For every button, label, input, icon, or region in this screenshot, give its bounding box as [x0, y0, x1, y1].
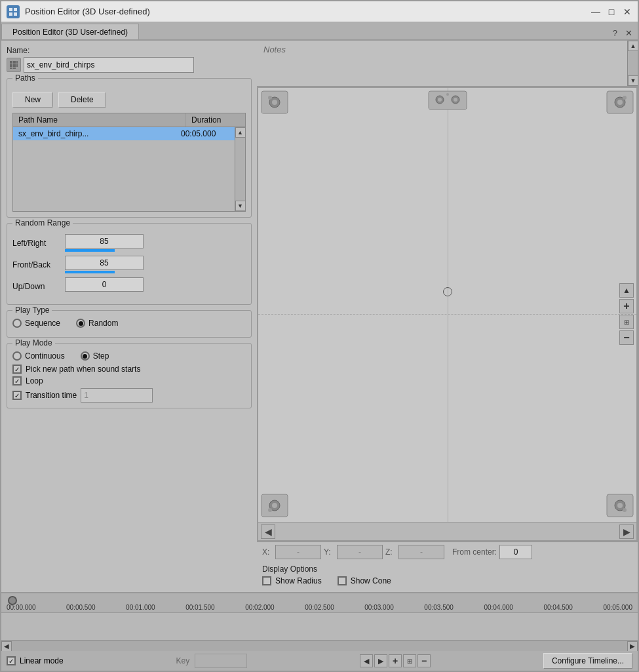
x-input[interactable]	[275, 545, 321, 559]
sequence-radio-item[interactable]: Sequence	[12, 319, 60, 328]
continuous-radio[interactable]	[12, 351, 22, 361]
svg-point-21	[454, 98, 457, 102]
display-options-title: Display Options	[262, 564, 632, 574]
show-cone-checkbox[interactable]	[338, 576, 347, 585]
viewport-minus[interactable]: −	[619, 330, 634, 345]
tab-controls: ? ✕	[610, 27, 638, 39]
left-panel: Name:	[1, 41, 257, 592]
svg-point-24	[617, 100, 623, 105]
key-input[interactable]	[195, 654, 247, 668]
front-back-input[interactable]	[65, 256, 144, 270]
left-right-input[interactable]	[65, 234, 144, 248]
name-input[interactable]	[24, 57, 194, 73]
time-labels-row: 00:00.000 00:00.500 00:01.000 00:01.500 …	[1, 604, 638, 611]
time-3: 00:01.500	[185, 604, 215, 611]
corner-tr	[606, 90, 634, 116]
pick-new-path-row[interactable]: Pick new path when sound starts	[12, 365, 246, 374]
path-name-cell: sx_env_bird_chirp...	[18, 129, 181, 138]
loop-label: Loop	[26, 376, 43, 385]
random-label: Random	[88, 319, 118, 328]
step-label: Step	[93, 351, 109, 361]
maximize-button[interactable]: □	[606, 7, 617, 17]
notes-scroll-up[interactable]: ▲	[628, 41, 638, 51]
svg-point-29	[268, 508, 272, 512]
tab-close-button[interactable]: ✕	[623, 27, 635, 39]
front-back-row: Front/Back	[12, 256, 246, 273]
continuous-label: Continuous	[25, 351, 65, 361]
timeline-bottom: Linear mode Key ◀ ▶ + ⊞ − Configure Time…	[1, 651, 638, 671]
time-4: 00:02.000	[245, 604, 275, 611]
tab-position-editor[interactable]: Position Editor (3D User-defined)	[1, 24, 139, 39]
name-section: Name:	[7, 46, 252, 73]
main-content: Name:	[1, 41, 638, 592]
time-1: 00:00.500	[66, 604, 96, 611]
timeline-add-btn[interactable]: +	[389, 654, 402, 667]
tab-question-button[interactable]: ?	[610, 27, 620, 39]
tab-bar: Position Editor (3D User-defined) ? ✕	[1, 22, 638, 41]
timeline-scroll-left[interactable]: ◀	[1, 641, 12, 652]
timeline-ruler: 00:00.000 00:00.500 00:01.000 00:01.500 …	[1, 593, 638, 613]
notes-scroll-down[interactable]: ▼	[628, 75, 638, 86]
timeline-fit-btn[interactable]: ⊞	[403, 654, 416, 667]
timeline-prev-btn[interactable]: ◀	[360, 654, 373, 667]
svg-rect-3	[14, 12, 17, 16]
close-button[interactable]: ✕	[622, 7, 632, 17]
step-radio[interactable]	[81, 351, 90, 361]
timeline-track[interactable]	[1, 613, 638, 641]
show-radius-row[interactable]: Show Radius	[262, 576, 322, 585]
up-down-row: Up/Down	[12, 277, 246, 295]
step-radio-item[interactable]: Step	[81, 351, 109, 361]
scroll-up-arrow[interactable]: ▲	[235, 127, 246, 138]
time-7: 00:03.500	[424, 604, 454, 611]
y-input[interactable]	[337, 545, 383, 559]
random-radio[interactable]	[76, 319, 85, 328]
sequence-radio[interactable]	[12, 319, 22, 328]
notes-scrollbar[interactable]: ▲ ▼	[627, 41, 638, 86]
transition-time-checkbox[interactable]	[12, 391, 22, 400]
window-controls: — □ ✕	[591, 7, 632, 17]
scroll-down-arrow[interactable]: ▼	[235, 201, 246, 211]
paths-table-body[interactable]: sx_env_bird_chirp... 00:05.000 ▲ ▼	[12, 127, 246, 212]
configure-timeline-button[interactable]: Configure Timeline...	[543, 653, 632, 669]
timeline-scroll-right[interactable]: ▶	[627, 641, 638, 652]
show-cone-row[interactable]: Show Cone	[338, 576, 391, 585]
show-radius-checkbox[interactable]	[262, 576, 271, 585]
svg-point-18	[438, 98, 442, 102]
loop-checkbox[interactable]	[12, 376, 22, 385]
pick-new-path-label: Pick new path when sound starts	[26, 365, 140, 374]
paths-scrollbar[interactable]: ▲ ▼	[235, 127, 245, 211]
delete-button[interactable]: Delete	[58, 92, 106, 108]
paths-table-header: Path Name Duration	[12, 113, 246, 127]
from-center-input[interactable]	[499, 545, 532, 559]
up-down-input[interactable]	[65, 277, 144, 292]
transition-time-input[interactable]	[81, 388, 153, 403]
viewport-fit[interactable]: ⊞	[619, 315, 634, 329]
svg-rect-0	[9, 8, 12, 11]
front-back-label: Front/Back	[12, 260, 65, 269]
minimize-button[interactable]: —	[591, 7, 601, 17]
timeline-next-btn[interactable]: ▶	[374, 654, 387, 667]
viewport-scroll-up[interactable]: ▲	[619, 283, 634, 298]
svg-point-25	[623, 96, 627, 100]
random-radio-item[interactable]: Random	[76, 319, 118, 328]
new-button[interactable]: New	[12, 92, 53, 108]
table-row[interactable]: sx_env_bird_chirp... 00:05.000	[13, 127, 245, 140]
timeline-scroll-row: ◀ ▶	[1, 641, 638, 651]
linear-mode-checkbox[interactable]	[7, 656, 16, 665]
viewport-plus[interactable]: +	[619, 299, 634, 313]
front-back-bar	[65, 271, 115, 273]
nav-left-arrow[interactable]: ◀	[261, 524, 275, 539]
pick-new-path-checkbox[interactable]	[12, 365, 22, 374]
viewport-area[interactable]: ▲ + ⊞ − ◀ ▶	[257, 87, 638, 542]
paths-group: Paths New Delete Path Name Duration sx_e…	[7, 78, 252, 218]
notes-label: Notes	[262, 43, 287, 56]
timeline-scroll-track[interactable]	[12, 641, 627, 652]
timeline-remove-btn[interactable]: −	[417, 654, 431, 667]
z-input[interactable]	[398, 545, 444, 559]
svg-point-14	[272, 100, 277, 105]
y-label: Y:	[324, 547, 334, 557]
timeline-thumb[interactable]	[8, 596, 17, 605]
continuous-radio-item[interactable]: Continuous	[12, 351, 65, 361]
nav-right-arrow[interactable]: ▶	[619, 524, 634, 539]
svg-rect-4	[10, 61, 12, 64]
